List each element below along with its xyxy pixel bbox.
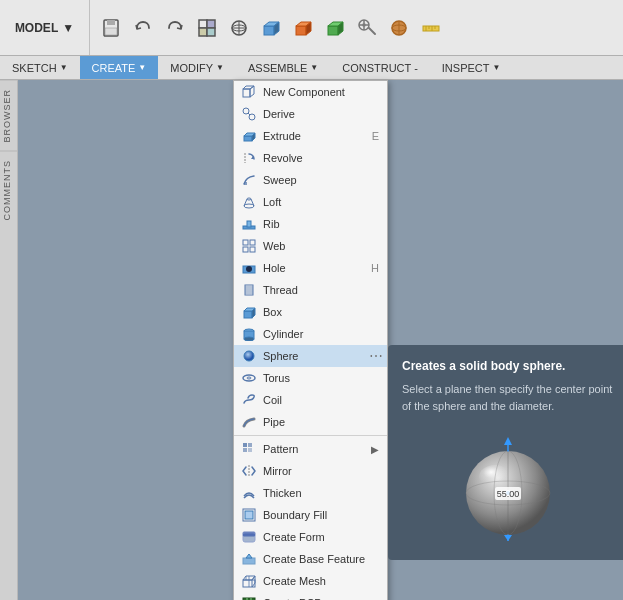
menu-inspect[interactable]: INSPECT ▼ — [430, 56, 513, 79]
comments-tab[interactable]: COMMENTS — [0, 151, 17, 229]
wireframe-button[interactable] — [224, 13, 254, 43]
menu-sphere[interactable]: Sphere ⋯ — [234, 345, 387, 367]
assemble-icon — [357, 18, 377, 38]
svg-rect-33 — [243, 89, 250, 97]
inspect-button[interactable] — [384, 13, 414, 43]
cylinder-icon — [240, 325, 258, 343]
svg-line-38 — [248, 113, 250, 115]
browser-tab[interactable]: BROWSER — [0, 80, 17, 151]
svg-point-69 — [243, 375, 255, 381]
ruler-button[interactable] — [416, 13, 446, 43]
viewport[interactable]: New Component Derive — [18, 80, 623, 600]
menu-sketch[interactable]: SKETCH ▼ — [0, 56, 80, 79]
svg-marker-101 — [504, 535, 512, 541]
box-label: Box — [263, 306, 379, 318]
extrude-label: Extrude — [263, 130, 364, 142]
menu-pattern[interactable]: Pattern ▶ — [234, 438, 387, 460]
model-button[interactable]: MODEL ▼ — [9, 17, 80, 39]
svg-rect-44 — [244, 182, 247, 185]
menu-create-form[interactable]: Create Form — [234, 526, 387, 548]
svg-rect-79 — [243, 532, 255, 536]
assemble-button[interactable] — [352, 13, 382, 43]
svg-rect-74 — [248, 448, 252, 452]
menu-web[interactable]: Web — [234, 235, 387, 257]
wireframe-icon — [229, 18, 249, 38]
menu-coil[interactable]: Coil — [234, 389, 387, 411]
box-icon — [240, 303, 258, 321]
svg-rect-5 — [199, 28, 207, 36]
menu-extrude[interactable]: Extrude E — [234, 125, 387, 147]
component1-icon — [261, 18, 281, 38]
ruler-icon — [421, 18, 441, 38]
menu-cylinder[interactable]: Cylinder — [234, 323, 387, 345]
hole-icon — [240, 259, 258, 277]
menu-assemble[interactable]: ASSEMBLE ▼ — [236, 56, 330, 79]
modify-arrow: ▼ — [216, 63, 224, 72]
sketch-arrow: ▼ — [60, 63, 68, 72]
svg-line-47 — [244, 199, 247, 206]
menu-create[interactable]: CREATE ▼ — [80, 56, 159, 79]
sketch-label: SKETCH — [12, 62, 57, 74]
create-form-icon — [240, 528, 258, 546]
create-base-feature-label: Create Base Feature — [263, 553, 379, 565]
menu-mirror[interactable]: Mirror — [234, 460, 387, 482]
component1-button[interactable] — [256, 13, 286, 43]
tooltip-description: Select a plane then specify the center p… — [402, 381, 614, 414]
thicken-label: Thicken — [263, 487, 379, 499]
pattern-label: Pattern — [263, 443, 371, 455]
undo-button[interactable] — [128, 13, 158, 43]
menu-boundary-fill[interactable]: Boundary Fill — [234, 504, 387, 526]
svg-point-46 — [247, 198, 251, 200]
view3d-button[interactable] — [192, 13, 222, 43]
menu-pipe[interactable]: Pipe — [234, 411, 387, 433]
sphere-preview: 55.00 — [443, 426, 573, 546]
model-group: MODEL ▼ — [0, 0, 90, 55]
coil-icon — [240, 391, 258, 409]
assemble-label: ASSEMBLE — [248, 62, 307, 74]
sphere-dots: ⋯ — [369, 348, 383, 364]
menu-thicken[interactable]: Thicken — [234, 482, 387, 504]
redo-button[interactable] — [160, 13, 190, 43]
svg-marker-35 — [250, 86, 254, 97]
menu-hole[interactable]: Hole H — [234, 257, 387, 279]
create-mesh-label: Create Mesh — [263, 575, 379, 587]
menu-rib[interactable]: Rib — [234, 213, 387, 235]
menu-create-pcb[interactable]: Create PCB — [234, 592, 387, 600]
component3-button[interactable] — [320, 13, 350, 43]
svg-rect-1 — [107, 20, 115, 25]
create-form-label: Create Form — [263, 531, 379, 543]
hole-shortcut: H — [371, 262, 379, 274]
inspect-icon — [389, 18, 409, 38]
svg-point-70 — [247, 377, 251, 379]
menu-derive[interactable]: Derive — [234, 103, 387, 125]
svg-point-56 — [246, 266, 252, 272]
menu-thread[interactable]: Thread — [234, 279, 387, 301]
torus-icon — [240, 369, 258, 387]
model-dropdown-arrow: ▼ — [62, 21, 74, 35]
sphere-label: Sphere — [263, 350, 379, 362]
svg-rect-51 — [243, 240, 248, 245]
hole-label: Hole — [263, 262, 363, 274]
menu-create-base-feature[interactable]: Create Base Feature — [234, 548, 387, 570]
separator-1 — [234, 435, 387, 436]
svg-rect-39 — [244, 136, 252, 141]
menu-sweep[interactable]: Sweep — [234, 169, 387, 191]
menu-new-component[interactable]: New Component — [234, 81, 387, 103]
menu-create-mesh[interactable]: Create Mesh — [234, 570, 387, 592]
menu-loft[interactable]: Loft — [234, 191, 387, 213]
redo-icon — [165, 18, 185, 38]
web-label: Web — [263, 240, 379, 252]
create-label: CREATE — [92, 62, 136, 74]
menu-box[interactable]: Box — [234, 301, 387, 323]
menu-revolve[interactable]: Revolve — [234, 147, 387, 169]
svg-text:55.00: 55.00 — [497, 489, 520, 499]
menu-torus[interactable]: Torus — [234, 367, 387, 389]
construct-label: CONSTRUCT - — [342, 62, 418, 74]
boundary-fill-icon — [240, 506, 258, 524]
component2-button[interactable] — [288, 13, 318, 43]
assemble-arrow: ▼ — [310, 63, 318, 72]
undo-icon — [133, 18, 153, 38]
save-button[interactable] — [96, 13, 126, 43]
menu-construct[interactable]: CONSTRUCT - — [330, 56, 430, 79]
menu-modify[interactable]: MODIFY ▼ — [158, 56, 236, 79]
